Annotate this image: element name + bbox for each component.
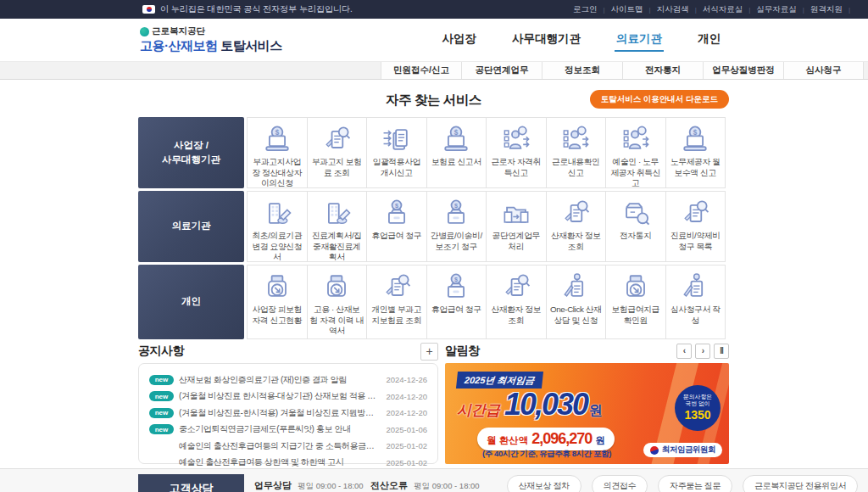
service-item[interactable]: 근로자 자격취득신고 <box>486 117 547 188</box>
money-box-icon: $ <box>439 197 473 229</box>
contact-time: 평일 09:00 - 18:00 <box>414 481 480 492</box>
notice-item[interactable]: new(겨울철 비상진료 한시적용-대상기관) 산재보험 적용 대상 의료기관 … <box>149 389 427 405</box>
guide-download-button[interactable]: 토탈서비스 이용안내서 다운로드 <box>590 90 729 109</box>
subnav-tab[interactable]: 심사청구 <box>783 62 864 79</box>
service-item[interactable]: 부과고지 보험료 조회 <box>307 117 368 188</box>
notice-item[interactable]: new중소기업퇴직연금기금제도(푸른씨앗) 홍보 안내2025-01-06 <box>149 422 427 439</box>
notice-item[interactable]: new(겨울철 비상진료-한시적용) 겨울철 비상진료 지원방안 관련 산재보험… <box>149 405 427 422</box>
service-item[interactable]: 심사청구서 작성 <box>665 265 726 339</box>
service-label: 최초/의료기관변경 요양신청서 <box>248 229 307 263</box>
utility-link[interactable]: 사이트맵 <box>611 4 643 15</box>
call-center-badge: 문의사항은 국번 없이 1350 <box>675 385 721 431</box>
service-item[interactable]: 고용 · 산재보험 자격 이력 내역서 <box>307 265 368 339</box>
service-item[interactable]: $간병료/이송비/보조기 청구 <box>426 191 487 262</box>
utility-link[interactable]: 원격지원 <box>810 4 843 15</box>
service-item[interactable]: 사업장 피보험자격 신고현황 <box>247 265 308 339</box>
money-box-icon: $ <box>380 197 414 229</box>
footer-quick-link[interactable]: 근로복지공단 전용위임서 <box>743 475 858 492</box>
main-nav-item[interactable]: 사무대행기관 <box>510 28 582 52</box>
subnav-tab[interactable]: 정보조회 <box>542 62 622 79</box>
service-icon-wrap <box>320 118 353 155</box>
doc-search-icon <box>320 123 353 155</box>
footer-quick-link[interactable]: 의견접수 <box>592 475 648 492</box>
service-label: 간병료/이송비/보조기 청구 <box>427 229 487 252</box>
service-label: 전자통지 <box>617 229 654 242</box>
subnav-tab[interactable]: 공단연계업무 <box>461 62 542 79</box>
notice-item[interactable]: new예술인의 출산전후급여등의 지급기간 중 소득허용금액에 관한 고시202… <box>149 438 427 455</box>
notice-date: 2025-01-02 <box>386 441 427 450</box>
footer-quick-link[interactable]: 자주묻는 질문 <box>658 475 732 492</box>
svg-text:$: $ <box>395 202 398 210</box>
notice-item[interactable]: new산재보험 화상인증의료기관 (재)인증 결과 알림2024-12-26 <box>149 372 427 389</box>
service-item[interactable]: $휴업급여 청구 <box>366 191 427 262</box>
download-doc-icon <box>320 271 353 303</box>
service-item[interactable]: 개인별 부과고지보험료 조회 <box>366 265 427 339</box>
badge-line: 문의사항은 <box>683 394 712 400</box>
utility-link[interactable]: 로그인 <box>573 4 598 15</box>
service-row: 개인사업장 피보험자격 신고현황고용 · 산재보험 자격 이력 내역서개인별 부… <box>138 265 732 339</box>
subnav-tab[interactable]: 업무상질병판정 <box>703 62 783 79</box>
utility-link[interactable]: 서식자료실 <box>703 4 743 15</box>
service-item[interactable]: $보험료 신고서 <box>426 117 487 188</box>
person-arrows-icon <box>559 123 593 155</box>
service-label: 부과고지 보험료 조회 <box>308 155 367 178</box>
footer-quick-link[interactable]: 산재보상 절차 <box>507 475 581 492</box>
notice-more-button[interactable]: + <box>420 343 438 361</box>
site-logo[interactable]: 근로복지공단 고용·산재보험 토탈서비스 <box>140 25 282 54</box>
banner-tag: 2025년 최저임금 <box>456 372 543 389</box>
notice-text: 예술인 출산전후급여등 상한액 및 하한액 고시 <box>179 456 379 468</box>
gov-banner: 이 누리집은 대한민국 공식 전자정부 누리집입니다. 로그인|사이트맵|지사검… <box>0 0 868 19</box>
service-icon-wrap: $ <box>260 118 294 155</box>
building-pen-icon <box>260 197 294 229</box>
person-arrows-icon <box>499 123 533 155</box>
subnav-tab[interactable]: 전자통지 <box>622 62 703 79</box>
service-item[interactable]: 최초/의료기관변경 요양신청서 <box>247 191 308 262</box>
new-badge: new <box>149 375 174 385</box>
service-item[interactable]: $휴업급여 청구 <box>426 265 487 339</box>
minimum-wage-commission: 최저임금위원회 <box>643 443 722 457</box>
carousel-pause-button[interactable]: II <box>714 344 729 359</box>
main-nav-item[interactable]: 의료기관 <box>615 28 664 52</box>
folder-docs-icon <box>499 197 533 229</box>
service-category: 개인 <box>138 265 244 339</box>
main-nav-item[interactable]: 개인 <box>696 28 722 52</box>
contact-time: 평일 09:00 - 18:00 <box>298 481 364 492</box>
service-item[interactable]: One-Click 산재상담 및 신청 <box>546 265 607 339</box>
carousel-next-button[interactable]: › <box>695 344 710 359</box>
service-label: 휴업급여 청구 <box>369 229 424 242</box>
notice-title: 공지사항 <box>138 344 184 359</box>
service-item[interactable]: 일괄적용사업개시신고 <box>366 117 427 188</box>
service-item[interactable]: 진료비/약제비청구 목록 <box>665 191 726 262</box>
service-item[interactable]: 진료계획서/집중재활진료계획서 <box>307 191 368 262</box>
svg-text:$: $ <box>454 202 458 210</box>
link-separator: | <box>604 6 605 14</box>
service-item[interactable]: 보험급여지급확인원 <box>605 265 666 339</box>
doc-search-icon <box>380 271 414 303</box>
service-cells: 사업장 피보험자격 신고현황고용 · 산재보험 자격 이력 내역서개인별 부과고… <box>247 265 726 339</box>
main-nav-item[interactable]: 사업장 <box>441 28 479 52</box>
service-item[interactable]: 예술인 · 노무제공자 취득신고 <box>605 117 666 188</box>
service-icon-wrap <box>678 192 712 229</box>
service-item[interactable]: $부과고지사업장 정산대상자 이의신청 <box>247 117 308 188</box>
link-separator: | <box>748 6 750 14</box>
service-item[interactable]: $노무제공자 월보수액 신고 <box>665 117 726 188</box>
utility-link[interactable]: 실무자료실 <box>756 4 797 15</box>
main-nav: 사업장사무대행기관의료기관개인 <box>441 28 868 52</box>
service-item[interactable]: 산재환자 정보조회 <box>486 265 547 339</box>
service-icon-wrap <box>260 192 294 229</box>
notice-date: 2024-12-20 <box>386 408 427 417</box>
service-item[interactable]: 근로내용확인신고 <box>546 117 607 188</box>
wage-value: 10,030 <box>504 391 587 418</box>
service-item[interactable]: 산재환자 정보조회 <box>546 191 607 262</box>
carousel-prev-button[interactable]: ‹ <box>676 344 692 359</box>
svg-text:$: $ <box>454 276 458 283</box>
service-item[interactable]: 전자통지 <box>605 191 666 262</box>
laptop-money-icon: $ <box>260 123 294 155</box>
org-name: 근로복지공단 <box>152 25 205 37</box>
notice-header: 공지사항 + <box>138 342 438 361</box>
utility-link[interactable]: 지사검색 <box>657 4 689 15</box>
service-item[interactable]: 공단연계업무처리 <box>486 191 547 262</box>
customer-service-label: 고객상담 <box>138 474 244 492</box>
subnav-tab[interactable]: 민원접수/신고 <box>381 62 461 79</box>
minimum-wage-banner[interactable]: 2025년 최저임금 시간급 10,030 원 월 환산액 2,096,270 … <box>445 363 729 464</box>
